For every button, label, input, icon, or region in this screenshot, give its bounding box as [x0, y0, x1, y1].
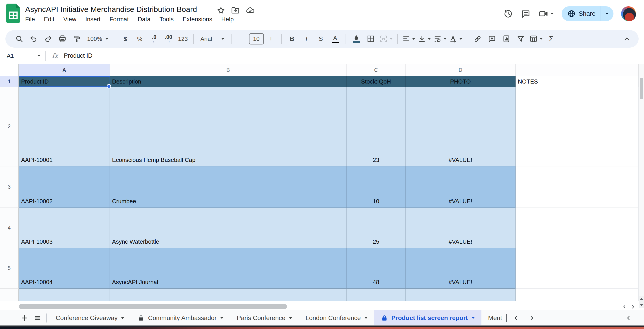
video-call-button[interactable]: [538, 9, 554, 19]
fill-handle[interactable]: [107, 84, 111, 88]
functions-button[interactable]: Σ: [544, 32, 558, 45]
menu-data[interactable]: Data: [134, 15, 154, 24]
cell-A5[interactable]: AAPI-10004: [19, 248, 110, 288]
account-avatar[interactable]: [621, 6, 636, 21]
more-formats-button[interactable]: 123: [176, 32, 190, 45]
cell-D5[interactable]: #VALUE!: [406, 248, 516, 288]
cell-D4[interactable]: #VALUE!: [406, 208, 516, 248]
star-icon[interactable]: [216, 6, 226, 15]
cell-B2[interactable]: Econscious Hemp Baseball Cap: [110, 87, 347, 166]
cell-E1[interactable]: NOTES: [516, 76, 638, 87]
decrease-decimal-button[interactable]: .0←: [147, 32, 162, 45]
video-call-caret-icon[interactable]: [550, 13, 554, 14]
tab-caret-icon[interactable]: [472, 317, 475, 319]
cell-D3[interactable]: #VALUE!: [406, 166, 516, 208]
row-header-1[interactable]: 1: [0, 76, 19, 87]
cell-A6[interactable]: [19, 288, 110, 302]
cell-C3[interactable]: 10: [347, 166, 406, 208]
cell-A4[interactable]: AAPI-10003: [19, 208, 110, 248]
cell-B1[interactable]: Description: [110, 76, 347, 87]
vertical-align-button[interactable]: [416, 32, 432, 45]
horizontal-align-button[interactable]: [401, 32, 416, 45]
format-currency-button[interactable]: $: [118, 32, 133, 45]
scroll-up-button[interactable]: [638, 296, 644, 302]
hide-menus-button[interactable]: [620, 32, 634, 45]
tab-overflow-left-button[interactable]: [622, 312, 635, 324]
cell-C4[interactable]: 25: [347, 208, 406, 248]
menu-format[interactable]: Format: [106, 15, 132, 24]
cell-A3[interactable]: AAPI-10002: [19, 166, 110, 208]
paint-format-button[interactable]: [70, 32, 84, 45]
insert-comment-button[interactable]: [485, 32, 499, 45]
tab-ment-truncated[interactable]: Ment: [482, 310, 508, 326]
text-color-button[interactable]: A: [328, 32, 342, 45]
all-sheets-button[interactable]: [31, 312, 44, 324]
row-header-5[interactable]: 5: [0, 248, 19, 288]
print-button[interactable]: [55, 32, 70, 45]
row-header-3[interactable]: 3: [0, 166, 19, 208]
zoom-select[interactable]: 100%: [84, 36, 112, 42]
column-header-C[interactable]: C: [347, 64, 406, 76]
search-menus-button[interactable]: [12, 32, 26, 45]
column-header-D[interactable]: D: [406, 64, 516, 76]
menu-file[interactable]: File: [22, 15, 38, 24]
cell-D6[interactable]: [406, 288, 516, 302]
bold-button[interactable]: B: [285, 32, 299, 45]
decrease-font-size-button[interactable]: −: [235, 32, 249, 45]
column-header-B[interactable]: B: [110, 64, 347, 76]
menu-view[interactable]: View: [60, 15, 80, 24]
row-header-2[interactable]: 2: [0, 87, 19, 166]
cell-D2[interactable]: #VALUE!: [406, 87, 516, 166]
menu-extensions[interactable]: Extensions: [179, 15, 216, 24]
row-header-4[interactable]: 4: [0, 208, 19, 248]
cell-C2[interactable]: 23: [347, 87, 406, 166]
select-all-corner[interactable]: [0, 64, 19, 76]
format-percent-button[interactable]: %: [133, 32, 147, 45]
tab-caret-icon[interactable]: [364, 317, 368, 319]
share-button[interactable]: Share: [562, 6, 614, 21]
scroll-right-button[interactable]: [630, 304, 636, 310]
column-header-A[interactable]: A: [19, 64, 110, 76]
tab-caret-icon[interactable]: [289, 317, 292, 319]
italic-button[interactable]: I: [299, 32, 314, 45]
cell-B4[interactable]: Async Waterbottle: [110, 208, 347, 248]
version-history-icon[interactable]: [503, 9, 513, 19]
cell-B3[interactable]: Crumbee: [110, 166, 347, 208]
tab-scroll-right-button[interactable]: [524, 312, 540, 324]
borders-button[interactable]: [364, 32, 378, 45]
formula-input[interactable]: Product ID: [64, 52, 92, 59]
cell-D1[interactable]: PHOTO: [406, 76, 516, 87]
cell-E4[interactable]: [516, 208, 638, 248]
scroll-down-button[interactable]: [638, 302, 644, 308]
add-sheet-button[interactable]: [18, 312, 31, 324]
cell-A2[interactable]: AAPI-10001: [19, 87, 110, 166]
cell-E2[interactable]: [516, 87, 638, 166]
increase-decimal-button[interactable]: .00→: [162, 32, 176, 45]
cell-B5[interactable]: AsyncAPI Journal: [110, 248, 347, 288]
comments-icon[interactable]: [521, 9, 530, 19]
cell-B6[interactable]: [110, 288, 347, 302]
undo-button[interactable]: [26, 32, 41, 45]
document-title[interactable]: AsyncAPI Initiative Merchandise Distribu…: [25, 5, 197, 14]
font-select[interactable]: Arial: [197, 36, 228, 42]
fill-color-button[interactable]: [349, 32, 364, 45]
menu-tools[interactable]: Tools: [156, 15, 177, 24]
cloud-saved-icon[interactable]: [245, 6, 255, 15]
tab-product-list-screen-report[interactable]: Product list screen report: [374, 310, 482, 326]
increase-font-size-button[interactable]: +: [264, 32, 278, 45]
cell-C1[interactable]: Stock: QoH: [347, 76, 406, 87]
cell-E5[interactable]: [516, 248, 638, 288]
cell-E6[interactable]: [516, 288, 638, 302]
move-folder-icon[interactable]: [230, 6, 240, 15]
merge-cells-button[interactable]: [378, 32, 394, 45]
create-filter-button[interactable]: [514, 32, 528, 45]
vertical-scrollbar-thumb[interactable]: [640, 78, 643, 99]
tab-caret-icon[interactable]: [220, 317, 224, 319]
name-box[interactable]: A1: [0, 52, 44, 59]
share-dropdown[interactable]: [600, 6, 614, 21]
cell-C5[interactable]: 48: [347, 248, 406, 288]
sheets-logo-icon[interactable]: [6, 4, 20, 23]
menu-help[interactable]: Help: [218, 15, 237, 24]
insert-chart-button[interactable]: [499, 32, 514, 45]
cell-C6[interactable]: [347, 288, 406, 302]
